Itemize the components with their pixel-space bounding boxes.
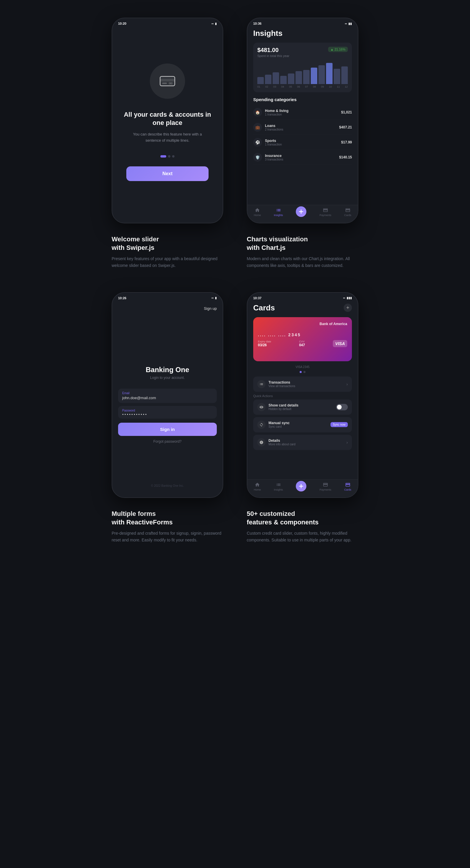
bar-10: [326, 63, 333, 84]
manual-sync-row[interactable]: Manual sync Sync card Sync now: [253, 417, 352, 432]
nav-cards[interactable]: Cards: [344, 208, 351, 217]
status-time-cards: 10:37: [253, 296, 262, 300]
loans-info: Loans 2 transactions: [265, 124, 339, 131]
wifi-icon-4: ▪▪: [343, 296, 345, 300]
insights-phone: 10:36 ▪▪ ▮▮ Insights $481.00 Spent in to…: [247, 18, 358, 223]
bar-03: [273, 72, 279, 84]
status-time-insights: 10:36: [253, 22, 262, 25]
welcome-content: All your cards & accounts in one place Y…: [112, 27, 223, 220]
bar-12: [341, 66, 348, 84]
cvv-label: CVV: [299, 340, 305, 343]
cards-header: Cards +: [253, 303, 352, 312]
bar-01: [257, 77, 264, 84]
cards-nav-cards[interactable]: Cards: [344, 482, 351, 492]
bar-09: [318, 65, 325, 84]
password-value: ●●●●●●●●●●●: [122, 413, 213, 415]
spending-title: Spending categories: [253, 97, 352, 102]
insights-feature-text: Charts visualizationwith Chart.js Modern…: [247, 235, 358, 269]
insights-feature-title: Charts visualizationwith Chart.js: [247, 235, 358, 252]
card-bottom: Expiry date 03/26 CVV 047 VISA: [258, 340, 347, 347]
login-subtitle: Login to your account.: [118, 376, 217, 380]
nav-insights[interactable]: Insights: [274, 208, 283, 217]
battery-icon: ▮: [215, 22, 217, 25]
signup-link[interactable]: Sign up: [118, 306, 217, 311]
email-field[interactable]: Email john.doe@mail.com: [118, 389, 217, 403]
transactions-row[interactable]: Transactions View all transactions ›: [253, 376, 352, 392]
nav-home[interactable]: Home: [254, 208, 261, 217]
forgot-link[interactable]: Forgot password?: [118, 439, 217, 443]
signin-button[interactable]: Sign in: [118, 423, 217, 436]
insights-title: Insights: [253, 29, 352, 38]
password-field[interactable]: Password ●●●●●●●●●●●: [118, 406, 217, 418]
page-wrapper: 10:20 ▪▪ ▮: [0, 0, 470, 584]
cards-feature-title: 50+ customizedfeatures & components: [247, 510, 358, 526]
quick-actions-label: Quick Actions: [253, 394, 352, 398]
bar-chart: [257, 61, 348, 84]
svg-point-4: [170, 82, 173, 84]
show-card-toggle[interactable]: [336, 404, 348, 410]
details-info: Details More info about card: [268, 439, 346, 446]
toggle-knob: [337, 405, 342, 409]
status-icons-cards: ▪▪ ▮▮▮: [343, 296, 352, 300]
card-bank-name: Bank of America: [258, 322, 347, 326]
sports-info: Sports 1 transaction: [265, 139, 341, 146]
cards-nav-insights[interactable]: Insights: [274, 482, 283, 492]
credit-card-icon: [159, 72, 176, 90]
payments-nav-icon: [323, 208, 328, 213]
transactions-arrow: ›: [346, 382, 348, 386]
login-footer: © 2022 Banking One Inc.: [118, 484, 217, 487]
card-number: .... .... .... 2345: [258, 333, 347, 337]
insurance-icon: 🛡️: [253, 153, 262, 162]
insights-summary: $481.00 Spent in total this year ▲ 21.16…: [253, 42, 352, 92]
transactions-sub: View all transactions: [268, 384, 346, 388]
manual-sync-info: Manual sync Sync card: [268, 421, 331, 428]
cards-phone: 10:37 ▪▪ ▮▮▮ Cards + Bank of Am: [247, 292, 358, 498]
credit-card: Bank of America .... .... .... 2345 Expi…: [253, 317, 352, 361]
card-dots: [253, 371, 352, 373]
bar-11: [334, 69, 340, 84]
login-feature-text: Multiple formswith ReactiveForms Pre-des…: [112, 510, 223, 543]
spending-home: 🏠 Home & living 1 transaction $1,021: [253, 105, 352, 120]
spending-sports: ⚽ Sports 1 transaction $17.99: [253, 135, 352, 150]
card-dot-2: [303, 371, 305, 373]
add-card-button[interactable]: +: [344, 304, 352, 312]
battery-icon-3: ▮: [215, 296, 217, 300]
status-time-welcome: 10:20: [118, 22, 126, 25]
status-icons-login: ▪▪ ▮: [211, 296, 217, 300]
svg-rect-2: [162, 83, 167, 84]
bar-04: [280, 76, 287, 84]
section-2: 10:26 ▪▪ ▮ Sign up Banking One Login to …: [47, 292, 423, 543]
bar-07: [303, 70, 310, 84]
login-phone: 10:26 ▪▪ ▮ Sign up Banking One Login to …: [112, 292, 223, 498]
cards-add-icon: [296, 481, 306, 492]
cvv-value: 047: [299, 343, 305, 347]
home-icon: 🏠: [253, 108, 262, 117]
battery-icon-4: ▮▮▮: [347, 296, 352, 300]
slide-dots: [160, 155, 174, 158]
sync-now-badge[interactable]: Sync now: [331, 422, 348, 427]
next-button[interactable]: Next: [126, 166, 208, 181]
show-card-info: Show card details Hidden by default: [268, 403, 336, 411]
expiry-label: Expiry date: [258, 340, 271, 343]
login-feature-title: Multiple formswith ReactiveForms: [112, 510, 223, 526]
welcome-desc: You can describe this feature here with …: [132, 131, 203, 144]
phone-notch-4: [285, 293, 320, 301]
insights-feature-desc: Modern and clean charts with our Chart.j…: [247, 255, 358, 269]
welcome-col: 10:20 ▪▪ ▮: [112, 18, 223, 269]
show-card-row[interactable]: Show card details Hidden by default: [253, 400, 352, 415]
cards-nav-add[interactable]: [296, 482, 306, 492]
nav-payments[interactable]: Payments: [320, 208, 331, 217]
login-screen: Sign up Banking One Login to your accoun…: [118, 303, 217, 490]
dot-1: [160, 155, 166, 158]
status-icons-insights: ▪▪ ▮▮: [345, 22, 352, 25]
details-row[interactable]: Details More info about card ›: [253, 435, 352, 450]
details-label: Details: [268, 439, 346, 443]
loans-icon: 💼: [253, 123, 262, 132]
cards-home-icon: [255, 482, 260, 487]
cards-nav-payments[interactable]: Payments: [320, 482, 331, 492]
show-card-icon: [257, 403, 266, 411]
show-card-sub: Hidden by default: [268, 407, 336, 411]
battery-icon-2: ▮▮: [348, 22, 352, 25]
cards-nav-home[interactable]: Home: [254, 482, 261, 492]
nav-add[interactable]: [296, 208, 306, 217]
